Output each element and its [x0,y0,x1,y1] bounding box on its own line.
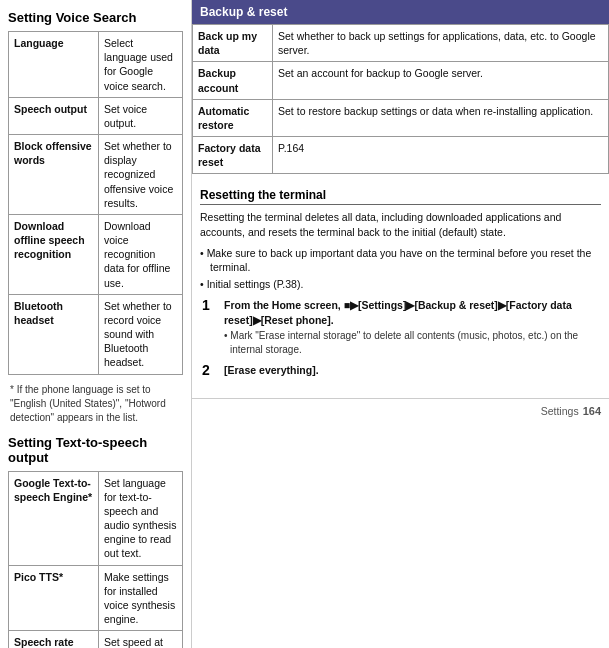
voice-search-note: If the phone language is set to "English… [8,383,183,425]
table-row: Pico TTS*Make settings for installed voi… [9,565,183,631]
left-column: Setting Voice Search LanguageSelect lang… [0,0,192,648]
row-label: Bluetooth headset [9,294,99,374]
table-row: Block offensive wordsSet whether to disp… [9,135,183,215]
table-row: Automatic restoreSet to restore backup s… [193,99,609,136]
footer-settings-label: Settings [541,405,579,417]
table-row: Back up my dataSet whether to back up se… [193,25,609,62]
step-item: 2 [Erase everything]. [202,363,599,378]
row-label: Google Text-to-speech Engine* [9,471,99,565]
resetting-body: Resetting the terminal deletes all data,… [200,210,601,239]
row-desc: Set whether to back up settings for appl… [273,25,609,62]
table-row: Bluetooth headsetSet whether to record v… [9,294,183,374]
row-label: Backup account [193,62,273,99]
row-label: Automatic restore [193,99,273,136]
table-row: Speech outputSet voice output. [9,97,183,134]
step-content: From the Home screen, ■▶[Settings]▶[Back… [224,298,599,357]
backup-reset-header: Backup & reset [192,0,609,24]
steps-container: 1 From the Home screen, ■▶[Settings]▶[Ba… [200,298,601,378]
row-desc: Make settings for installed voice synthe… [99,565,183,631]
row-desc: Select language used for Google voice se… [99,32,183,98]
tts-table: Google Text-to-speech Engine*Set languag… [8,471,183,648]
list-item: Initial settings (P.38). [200,277,601,292]
row-label: Speech rate [9,631,99,648]
row-label: Language [9,32,99,98]
resetting-section: Resetting the terminal Resetting the ter… [192,182,609,390]
step-number: 1 [202,297,220,313]
table-row: LanguageSelect language used for Google … [9,32,183,98]
row-label: Block offensive words [9,135,99,215]
bullet-list: Make sure to back up important data you … [200,246,601,292]
table-row: Speech rateSet speed at reading out text… [9,631,183,648]
backup-table: Back up my dataSet whether to back up se… [192,24,609,174]
voice-search-title: Setting Voice Search [8,10,183,25]
row-desc: Set whether to record voice sound with B… [99,294,183,374]
row-desc: Download voice recognition data for offl… [99,214,183,294]
row-label: Pico TTS* [9,565,99,631]
row-desc: Set an account for backup to Google serv… [273,62,609,99]
row-desc: Set whether to display recognized offens… [99,135,183,215]
step-content: [Erase everything]. [224,363,319,378]
row-desc: Set voice output. [99,97,183,134]
table-row: Factory data resetP.164 [193,137,609,174]
row-label: Factory data reset [193,137,273,174]
row-label: Speech output [9,97,99,134]
footer-page-number: 164 [583,405,601,417]
step-item: 1 From the Home screen, ■▶[Settings]▶[Ba… [202,298,599,357]
tts-title: Setting Text-to-speech output [8,435,183,465]
row-desc: Set to restore backup settings or data w… [273,99,609,136]
list-item: Make sure to back up important data you … [200,246,601,275]
resetting-title: Resetting the terminal [200,188,601,205]
table-row: Download offline speech recognitionDownl… [9,214,183,294]
step-sub-note: Mark "Erase internal storage" to delete … [224,329,599,357]
footer-bar: Settings 164 [192,398,609,417]
voice-search-table: LanguageSelect language used for Google … [8,31,183,375]
right-column: Backup & reset Back up my dataSet whethe… [192,0,609,648]
step-number: 2 [202,362,220,378]
row-desc: Set language for text-to-speech and audi… [99,471,183,565]
row-label: Back up my data [193,25,273,62]
table-row: Backup accountSet an account for backup … [193,62,609,99]
table-row: Google Text-to-speech Engine*Set languag… [9,471,183,565]
row-desc: Set speed at reading out text. [99,631,183,648]
row-label: Download offline speech recognition [9,214,99,294]
row-desc: P.164 [273,137,609,174]
